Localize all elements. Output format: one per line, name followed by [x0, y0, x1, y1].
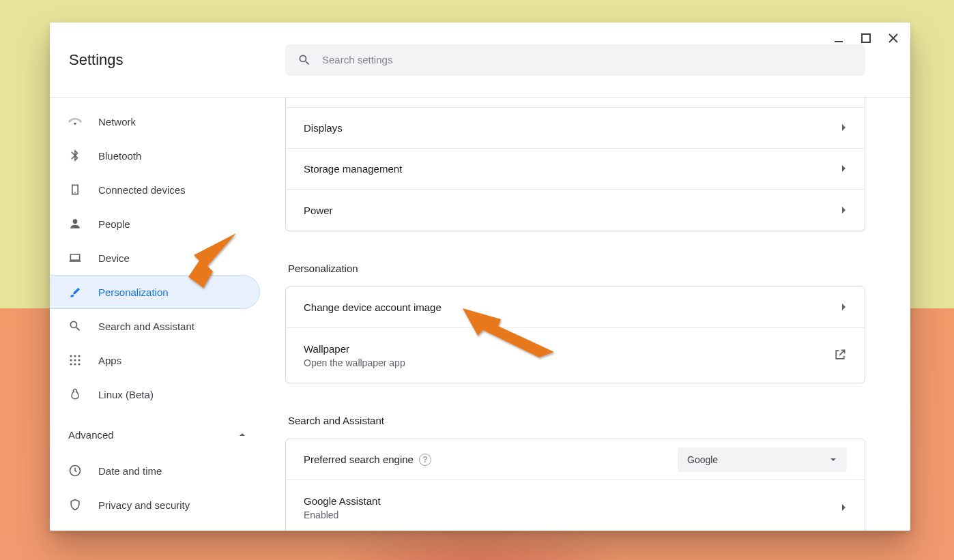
grid-icon — [68, 353, 82, 367]
row-power[interactable]: Power — [286, 190, 865, 231]
sidebar-item-network[interactable]: Network — [50, 104, 261, 138]
brush-icon — [68, 285, 82, 299]
settings-window: Settings Search settings Network Bluetoo… — [50, 23, 910, 531]
sidebar-item-apps[interactable]: Apps — [50, 343, 261, 377]
maximize-button[interactable] — [860, 32, 872, 44]
sidebar-item-privacy-security[interactable]: Privacy and security — [50, 488, 261, 522]
row-storage-management[interactable]: Storage management — [286, 149, 865, 190]
sidebar-item-search-assistant[interactable]: Search and Assistant — [50, 309, 261, 343]
row-google-assistant[interactable]: Google Assistant Enabled — [286, 480, 865, 531]
advanced-label: Advanced — [68, 429, 114, 441]
sidebar-item-label: Apps — [98, 355, 121, 366]
minimize-button[interactable] — [833, 32, 845, 44]
row-displays[interactable]: Displays — [286, 108, 865, 149]
svg-point-1 — [74, 192, 76, 193]
chevron-right-icon — [840, 122, 847, 134]
sidebar-item-label: Date and time — [98, 465, 162, 477]
devices-icon — [68, 183, 82, 196]
chevron-right-icon — [840, 502, 847, 514]
sidebar-item-label: Personalization — [98, 286, 169, 298]
svg-point-5 — [70, 359, 72, 361]
chevron-up-icon — [238, 430, 246, 439]
search-engine-select[interactable]: Google — [678, 447, 847, 472]
svg-rect-0 — [862, 34, 870, 42]
window-controls — [833, 32, 899, 44]
sidebar-item-label: Privacy and security — [98, 499, 190, 511]
row-label: Google Assistant — [304, 495, 381, 507]
clock-icon — [68, 464, 82, 477]
sidebar-item-connected-devices[interactable]: Connected devices — [50, 173, 261, 207]
sidebar-item-people[interactable]: People — [50, 207, 261, 241]
row-label: Wallpaper — [304, 343, 405, 355]
help-icon[interactable]: ? — [419, 454, 431, 466]
row-label: Storage management — [304, 163, 402, 175]
sidebar-item-device[interactable]: Device — [50, 241, 261, 275]
card-row-cut — [286, 98, 865, 108]
sidebar-advanced-toggle[interactable]: Advanced — [50, 415, 261, 454]
row-sublabel: Enabled — [304, 510, 381, 520]
shield-icon — [68, 498, 82, 512]
svg-point-3 — [74, 355, 76, 357]
sidebar-item-label: Device — [98, 252, 130, 264]
sidebar-item-bluetooth[interactable]: Bluetooth — [50, 138, 261, 173]
open-external-icon — [833, 348, 847, 364]
svg-point-9 — [74, 363, 76, 365]
svg-point-12 — [76, 392, 77, 393]
search-icon — [298, 53, 311, 67]
person-icon — [68, 217, 82, 231]
svg-point-11 — [74, 392, 75, 393]
sidebar-item-label: People — [98, 218, 130, 230]
row-sublabel: Open the wallpaper app — [304, 357, 405, 368]
main-content: Displays Storage management Power Person… — [261, 98, 910, 531]
chevron-right-icon — [840, 301, 847, 313]
sidebar-item-label: Connected devices — [98, 184, 186, 196]
row-change-device-account-image[interactable]: Change device account image — [286, 287, 865, 328]
bluetooth-icon — [68, 149, 82, 162]
sidebar-item-label: Linux (Beta) — [98, 389, 154, 400]
section-title-search-assistant: Search and Assistant — [285, 397, 865, 439]
section-title-personalization: Personalization — [285, 245, 865, 286]
svg-point-6 — [74, 359, 76, 361]
row-wallpaper[interactable]: Wallpaper Open the wallpaper app — [286, 328, 865, 383]
wifi-icon — [68, 115, 82, 128]
search-icon — [68, 319, 82, 333]
sidebar-item-linux[interactable]: Linux (Beta) — [50, 377, 261, 411]
search-input[interactable]: Search settings — [285, 44, 865, 76]
row-label: Power — [304, 205, 333, 216]
sidebar-item-label: Search and Assistant — [98, 321, 194, 332]
row-label: Displays — [304, 122, 343, 134]
svg-point-7 — [78, 359, 80, 361]
svg-point-8 — [70, 363, 72, 365]
close-button[interactable] — [887, 32, 899, 44]
chevron-right-icon — [840, 205, 847, 216]
svg-point-10 — [78, 363, 80, 365]
chevron-down-icon — [829, 456, 837, 464]
select-value: Google — [687, 454, 718, 465]
row-label: Preferred search engine — [304, 454, 414, 465]
sidebar-item-personalization[interactable]: Personalization — [50, 275, 260, 309]
sidebar: Network Bluetooth Connected devices Peop… — [50, 98, 261, 531]
svg-point-4 — [78, 355, 80, 357]
row-label: Change device account image — [304, 301, 442, 313]
chevron-right-icon — [840, 163, 847, 175]
row-preferred-search-engine: Preferred search engine ? Google — [286, 439, 865, 480]
laptop-icon — [68, 251, 82, 265]
page-title: Settings — [50, 51, 285, 69]
search-placeholder: Search settings — [322, 54, 392, 65]
sidebar-item-label: Network — [98, 116, 136, 128]
penguin-icon — [68, 387, 82, 401]
sidebar-item-date-time[interactable]: Date and time — [50, 454, 261, 488]
svg-point-2 — [70, 355, 72, 357]
sidebar-item-label: Bluetooth — [98, 150, 141, 162]
